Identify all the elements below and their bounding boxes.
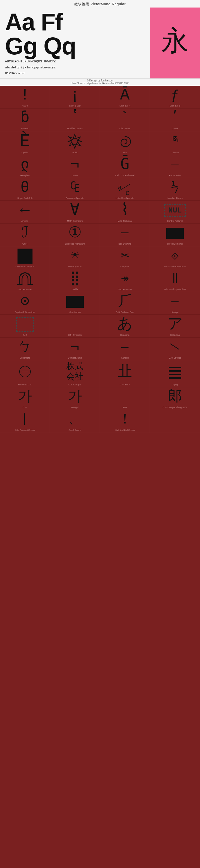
block-cjkcompatideographs: 郎 CJK Compat Ideographs [150, 388, 200, 410]
grid-row-13: ㊀ Enclosed CJK 株式会社 CJK Compat 㐀 CJK Ext… [0, 360, 200, 387]
glyph-halffullforms: ！ [101, 412, 149, 428]
block-enclosedcjk: ㊀ Enclosed CJK [0, 360, 50, 387]
label-ipaext: IPA Ext [21, 127, 29, 130]
header-title: 微软雅黑 VictorMono Regular [4, 2, 196, 6]
label-cjkcompat: CJK Compat [69, 383, 81, 386]
block-enclosed: ① Enclosed Alphanum [50, 223, 100, 246]
glyph-ipaext: ɓ [1, 110, 49, 126]
label-cjk: CJK [23, 406, 27, 409]
block-jamo: ¬ Jamo [50, 155, 100, 178]
label-supersub: Super And Sub [17, 197, 33, 200]
grid-row-11: CJC CJK Symbols あ Hiragana ア Katakana [0, 315, 200, 338]
label-halffullforms: Half And Full Forms [115, 429, 135, 432]
glyph-supmathops: ⊙ [1, 293, 49, 310]
grid-row-15: ︱ CJK Compat Forms 、 Small Forms ！ Half … [0, 410, 200, 433]
glyph-suparrowsA [1, 271, 49, 287]
block-kanbun: — Kanbun [100, 338, 150, 360]
nul-box: NUL [164, 204, 186, 217]
glyph-arabic [51, 133, 99, 150]
block-blockelems: Block Elements [150, 223, 200, 246]
black-square-geo [17, 249, 33, 264]
glyph-mathops: ∀ [51, 202, 99, 218]
block-kangxi: — Kangxi [150, 292, 200, 314]
label-kanbun: Kanbun [121, 356, 129, 359]
hero-section: Aa FfGg Qq ABCDEFGHIJKLMNOPQRSTUVWXYZ ab… [0, 7, 200, 79]
hero-big-letters: Aa FfGg Qq [5, 10, 145, 58]
glyph-kangxi: — [151, 293, 199, 310]
label-miscmathB: Misc Math Symbols B [164, 288, 186, 291]
svg-point-1 [72, 138, 78, 144]
glyph-empty [151, 412, 199, 431]
label-miscsymbols: Misc Symbols [68, 266, 82, 268]
glyph-thai [101, 133, 149, 150]
label-cjkcompatideographs: CJK Compat Ideographs [163, 406, 188, 409]
grid-row-6: ← Arrows ∀ Math Operators ⌇ Misc Technic… [0, 201, 200, 223]
block-hiragana: あ Hiragana [100, 315, 150, 337]
block-punctuation: — Punctuation [150, 155, 200, 178]
block-hangul: 가 Hangul [50, 388, 100, 410]
glyph-cjkexta: 㐀 [101, 362, 149, 382]
block-braille: ⣿ Braille [50, 269, 100, 292]
svg-marker-0 [68, 134, 82, 148]
label-punctuation: Punctuation [169, 174, 181, 177]
glyph-dingbats: ✂ [101, 248, 149, 264]
block-bopomofo: ㄅ Bopomofo [0, 338, 50, 360]
label-compatjamo: Compat Jamo [68, 356, 82, 359]
glyph-miscmathA: ⟐ [151, 248, 199, 264]
glyph-cjkradicalssup: ⺁ [101, 293, 149, 310]
block-latinextadd: Ḡ Latin Ext Additional [100, 155, 150, 178]
glyph-ascii: ! [1, 87, 49, 103]
grid-row-7: ℐ OCR ① Enclosed Alphanum ─ Box Drawing … [0, 223, 200, 246]
label-cjkcompatforms: CJK Compat Forms [15, 429, 35, 432]
label-pua: PUA [122, 406, 127, 409]
label-arrows: Arrows [21, 220, 28, 222]
block-suparrowsA: Sup Arrows A [0, 269, 50, 292]
thai-svg [118, 134, 132, 149]
label-latin1sup: Latin 1 Sup [69, 104, 81, 107]
glyph-cjksymbols [51, 316, 99, 333]
label-controlpics: Control Pictures [167, 220, 183, 222]
label-diacriticals: Diacriticals [120, 127, 130, 130]
hero-cjk-char: 永 [161, 29, 189, 57]
svg-text:c: c [125, 188, 129, 196]
glyph-punctuation: — [151, 157, 199, 173]
block-yijing: Yijing [150, 360, 200, 387]
label-jamo: Jamo [72, 174, 78, 177]
black-rect-block [166, 228, 184, 239]
label-smallforms: Small Forms [69, 429, 81, 432]
block-cjkstrokes: ∕ CJK Strokes [150, 338, 200, 360]
block-cjkexta: 㐀 CJK Ext A [100, 360, 150, 387]
block-arrows: ← Arrows [0, 201, 50, 223]
grid-row-3: È Cyrillic Arabic Thai ༁ [0, 131, 200, 155]
glyph-compatjamo: ¬ [51, 339, 99, 355]
glyph-boxdrawing: ─ [101, 225, 149, 241]
label-ascii: ASCII [22, 104, 28, 107]
glyph-enclosed: ① [51, 225, 99, 241]
label-enclosedcjk: Enclosed CJK [18, 383, 32, 386]
label-greek: Greek [172, 127, 178, 130]
label-numforms: Number Forms [167, 197, 183, 200]
block-thai: Thai [100, 131, 150, 155]
glyph-cjkcompatideographs: 郎 [151, 389, 199, 405]
block-cjkcompat: 株式会社 CJK Compat [50, 360, 100, 387]
label-suparrowsA: Sup Arrows A [18, 288, 32, 291]
block-controlpics: NUL Control Pictures [150, 201, 200, 223]
label-currency: Currency Symbols [66, 197, 84, 200]
hero-alphabet-lower: abcdefghijklmnopqrstuvwxyz [5, 65, 145, 70]
block-cjksymbols: CJK Symbols [50, 315, 100, 337]
yijing-svg [167, 365, 183, 380]
label-bopomofo: Bopomofo [20, 356, 30, 359]
block-dingbats: ✂ Dingbats [100, 246, 150, 269]
block-modletters: ʽ Modifier Letters [50, 108, 100, 131]
glyph-controlpics: NUL [151, 202, 199, 218]
label-cjkexta: CJK Ext A [120, 383, 130, 386]
label-cyrillic: Cyrillic [22, 151, 28, 154]
block-miscmathA: ⟐ Misc Math Symbols A [150, 246, 200, 269]
glyph-cjkcompatforms: ︱ [1, 412, 49, 428]
grid-row-14: 가 CJK 가 Hangul PUA 郎 CJK Compat Ideograp… [0, 388, 200, 410]
glyph-miscmathB: ⦀ [151, 271, 199, 287]
block-boxdrawing: ─ Box Drawing [100, 223, 150, 246]
label-hangul: Hangul [71, 406, 79, 409]
label-cjc: CJC [23, 334, 27, 337]
label-modletters: Modifier Letters [67, 127, 82, 130]
